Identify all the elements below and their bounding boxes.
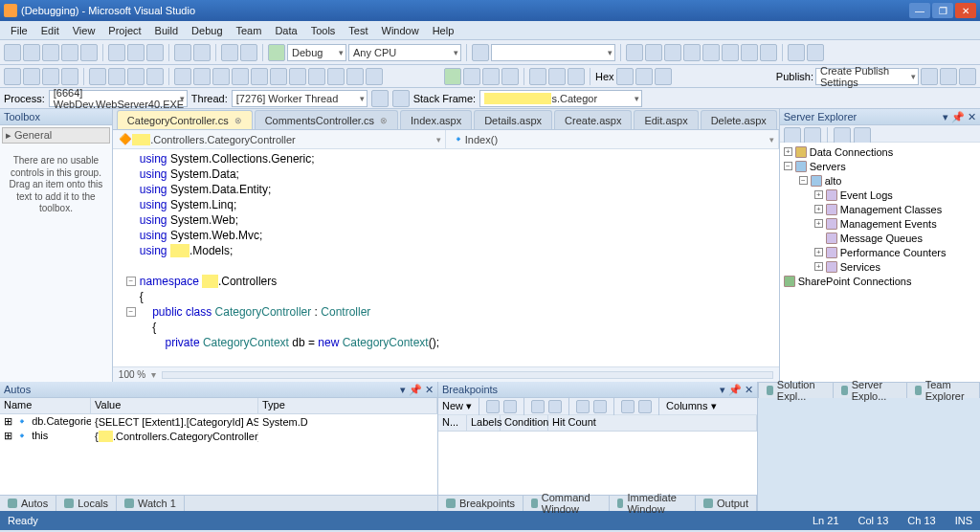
- server-tree[interactable]: +Data Connections −Servers −alto +Event …: [780, 143, 980, 290]
- toolbar-btn[interactable]: [683, 44, 701, 61]
- nav-fwd-button[interactable]: [240, 44, 257, 61]
- menu-file[interactable]: File: [4, 23, 34, 38]
- stop-button[interactable]: [482, 68, 500, 85]
- toolbar-btn[interactable]: [702, 44, 720, 61]
- code-editor[interactable]: using System.Collections.Generic; using …: [113, 149, 779, 366]
- menu-project[interactable]: Project: [101, 23, 147, 38]
- file-tab-index[interactable]: Index.aspx: [400, 110, 472, 129]
- toolbar-btn[interactable]: [366, 68, 383, 85]
- col-condition[interactable]: Condition: [501, 415, 548, 431]
- add-item-button[interactable]: [23, 44, 40, 61]
- toolbar-btn[interactable]: [722, 44, 739, 61]
- toolbar-btn[interactable]: [760, 44, 777, 61]
- tab-locals[interactable]: Locals: [56, 496, 117, 511]
- nav-back-button[interactable]: [221, 44, 238, 61]
- continue-button[interactable]: [444, 68, 461, 85]
- paste-button[interactable]: [146, 44, 164, 61]
- col-labels[interactable]: Labels: [467, 415, 501, 431]
- col-value[interactable]: Value: [91, 398, 258, 413]
- config-combo[interactable]: Debug: [287, 44, 346, 61]
- save-all-button[interactable]: [80, 44, 98, 61]
- find-button[interactable]: [472, 44, 489, 61]
- tab-autos[interactable]: Autos: [0, 496, 56, 511]
- toolbar-btn[interactable]: [655, 68, 672, 85]
- publish-combo[interactable]: Create Publish Settings: [815, 68, 919, 85]
- goto-source-button[interactable]: [548, 400, 562, 413]
- zoom-level[interactable]: 100 %: [119, 369, 145, 380]
- toolbar-btn[interactable]: [270, 68, 287, 85]
- toolbar-btn[interactable]: [174, 68, 191, 85]
- toolbar-btn[interactable]: [807, 44, 824, 61]
- step-into-button[interactable]: [529, 68, 546, 85]
- server-explorer-header[interactable]: Server Explorer▾ 📌 ✕: [780, 109, 980, 125]
- minimize-button[interactable]: —: [909, 3, 930, 18]
- tab-server-explorer[interactable]: Server Explo...: [834, 383, 907, 398]
- col-type[interactable]: Type: [258, 398, 437, 413]
- save-button[interactable]: [61, 44, 78, 61]
- tab-watch1[interactable]: Watch 1: [117, 496, 185, 511]
- member-combo[interactable]: 🔹 Index(): [446, 130, 779, 148]
- menu-edit[interactable]: Edit: [34, 23, 66, 38]
- step-over-button[interactable]: [548, 68, 566, 85]
- new-bp-button[interactable]: New ▾: [442, 400, 472, 412]
- tab-breakpoints[interactable]: Breakpoints: [438, 496, 523, 511]
- breakpoints-header[interactable]: Breakpoints▾ 📌 ✕: [438, 382, 757, 398]
- menu-debug[interactable]: Debug: [185, 23, 229, 38]
- autos-grid[interactable]: ⊞ 🔹 db.Categories {SELECT [Extent1].[Cat…: [0, 414, 437, 495]
- toolbar-btn[interactable]: [251, 68, 268, 85]
- toolbox-header[interactable]: Toolbox: [0, 109, 112, 125]
- toolbar-btn[interactable]: [327, 68, 345, 85]
- toolbar-btn[interactable]: [232, 68, 249, 85]
- toolbar-btn[interactable]: [741, 44, 758, 61]
- file-tab-create[interactable]: Create.aspx: [554, 110, 632, 129]
- fold-icon[interactable]: −: [126, 307, 136, 317]
- toolbar-btn[interactable]: [371, 90, 389, 107]
- expand-icon[interactable]: +: [814, 262, 823, 271]
- restart-button[interactable]: [501, 68, 519, 85]
- menu-view[interactable]: View: [66, 23, 102, 38]
- pin-icon[interactable]: ⊗: [380, 116, 388, 125]
- file-tab-category[interactable]: CategoryController.cs⊗: [117, 110, 253, 129]
- tab-team-explorer[interactable]: Team Explorer: [907, 383, 980, 398]
- platform-combo[interactable]: Any CPU: [348, 44, 461, 61]
- toolbar-btn[interactable]: [959, 68, 976, 85]
- export-button[interactable]: [576, 400, 590, 413]
- pin-icon[interactable]: ▾ 📌 ✕: [943, 111, 976, 123]
- col-name[interactable]: Name: [0, 398, 91, 413]
- toolbar-btn[interactable]: [392, 90, 410, 107]
- goto-button[interactable]: [621, 400, 635, 413]
- open-button[interactable]: [42, 44, 59, 61]
- toolbox-group-general[interactable]: ▸ General: [2, 127, 110, 144]
- autos-header[interactable]: Autos▾ 📌 ✕: [0, 382, 437, 398]
- collapse-icon[interactable]: −: [799, 176, 808, 185]
- collapse-icon[interactable]: −: [784, 162, 792, 170]
- toolbar-btn[interactable]: [308, 68, 325, 85]
- pin-icon[interactable]: ⊗: [234, 116, 242, 125]
- process-combo[interactable]: [6664] WebDev.WebServer40.EXE: [49, 90, 188, 107]
- toolbar-btn[interactable]: [4, 68, 21, 85]
- toolbar-btn[interactable]: [346, 68, 364, 85]
- toolbar-btn[interactable]: [193, 68, 211, 85]
- file-tab-delete[interactable]: Delete.aspx: [701, 110, 777, 129]
- toolbar-btn[interactable]: [212, 68, 230, 85]
- toolbar-btn[interactable]: [940, 68, 957, 85]
- tab-output[interactable]: Output: [696, 496, 757, 511]
- fold-icon[interactable]: −: [126, 277, 136, 286]
- columns-button[interactable]: Columns ▾: [666, 400, 716, 412]
- class-combo[interactable]: 🔶 .Controllers.CategoryController: [113, 130, 446, 148]
- new-project-button[interactable]: [4, 44, 21, 61]
- close-button[interactable]: ✕: [955, 3, 976, 18]
- h-scrollbar[interactable]: [162, 371, 773, 379]
- cut-button[interactable]: [108, 44, 125, 61]
- toolbar-btn[interactable]: [788, 44, 805, 61]
- menu-build[interactable]: Build: [148, 23, 185, 38]
- menu-tools[interactable]: Tools: [304, 23, 343, 38]
- toolbar-btn[interactable]: [23, 68, 40, 85]
- toolbar-btn[interactable]: [127, 68, 145, 85]
- file-tab-edit[interactable]: Edit.aspx: [634, 110, 698, 129]
- delete-all-bp-button[interactable]: [503, 400, 517, 413]
- import-button[interactable]: [593, 400, 607, 413]
- menu-data[interactable]: Data: [268, 23, 303, 38]
- copy-button[interactable]: [127, 44, 145, 61]
- undo-button[interactable]: [174, 44, 191, 61]
